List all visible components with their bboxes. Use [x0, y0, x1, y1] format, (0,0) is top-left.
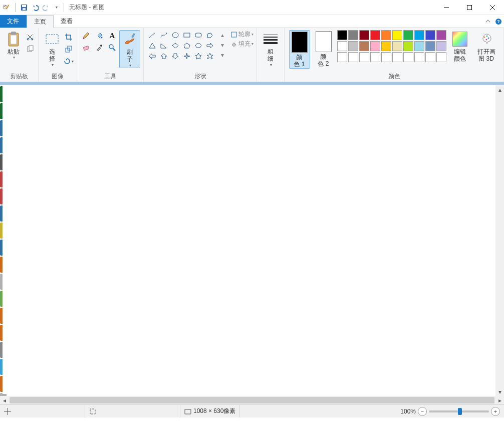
- color-swatch[interactable]: [381, 41, 391, 51]
- shape-diamond[interactable]: [170, 41, 181, 51]
- ribbon-collapse-button[interactable]: [483, 15, 493, 28]
- color-swatch[interactable]: [348, 41, 358, 51]
- zoom-slider[interactable]: [429, 410, 489, 412]
- tab-view[interactable]: 查看: [54, 15, 80, 28]
- color-swatch[interactable]: [403, 30, 413, 40]
- shape-pentagon[interactable]: [181, 41, 192, 51]
- shape-curve[interactable]: [158, 30, 169, 40]
- shape-outline-button[interactable]: 轮廓▾: [230, 30, 254, 39]
- open-paint3d-button[interactable]: 打开画 图 3D: [473, 30, 499, 63]
- brushes-button[interactable]: 刷 子: [119, 30, 140, 68]
- shape-polygon[interactable]: [204, 30, 215, 40]
- color-swatch[interactable]: [414, 41, 424, 51]
- zoom-out-button[interactable]: −: [418, 407, 427, 416]
- color-swatch[interactable]: [370, 41, 380, 51]
- shape-star5[interactable]: [193, 51, 204, 61]
- color1-button[interactable]: 颜 色 1: [289, 30, 310, 69]
- color-swatch[interactable]: [392, 30, 402, 40]
- shape-right-triangle[interactable]: [158, 41, 169, 51]
- shapes-gallery[interactable]: [147, 30, 215, 61]
- shape-arrow-down[interactable]: [170, 51, 181, 61]
- tab-file[interactable]: 文件: [0, 15, 27, 28]
- color-swatch[interactable]: [392, 41, 402, 51]
- color-swatch-empty[interactable]: [403, 52, 413, 62]
- help-button[interactable]: ?: [493, 15, 504, 28]
- color-swatch[interactable]: [425, 30, 435, 40]
- shape-arrow-left[interactable]: [147, 51, 158, 61]
- color-swatch-empty[interactable]: [392, 52, 402, 62]
- qat-customize-dropdown[interactable]: [53, 3, 60, 12]
- vertical-scrollbar[interactable]: ▴ ▾: [495, 85, 504, 396]
- rotate-button[interactable]: [64, 56, 74, 66]
- color-swatch[interactable]: [359, 41, 369, 51]
- close-button[interactable]: [481, 0, 504, 15]
- minimize-button[interactable]: [435, 0, 458, 15]
- color-swatch-empty[interactable]: [414, 52, 424, 62]
- color-swatch-empty[interactable]: [436, 52, 446, 62]
- color-swatch[interactable]: [359, 30, 369, 40]
- scroll-left-button[interactable]: ◂: [0, 396, 9, 404]
- paste-button[interactable]: 粘贴: [3, 30, 24, 60]
- copy-button[interactable]: [25, 44, 35, 54]
- color-swatch-empty[interactable]: [370, 52, 380, 62]
- cut-button[interactable]: [25, 32, 35, 42]
- shape-triangle[interactable]: [147, 41, 158, 51]
- picker-tool[interactable]: [93, 42, 105, 53]
- color-swatch-empty[interactable]: [359, 52, 369, 62]
- select-button[interactable]: 选 择: [42, 30, 63, 67]
- zoom-in-button[interactable]: +: [491, 407, 500, 416]
- scroll-up-button[interactable]: ▴: [495, 85, 504, 94]
- color-swatch[interactable]: [425, 41, 435, 51]
- color-swatch[interactable]: [337, 41, 347, 51]
- shape-hexagon[interactable]: [193, 41, 204, 51]
- magnifier-tool[interactable]: [106, 42, 118, 53]
- color-swatch[interactable]: [381, 30, 391, 40]
- drawing-canvas[interactable]: [3, 86, 488, 394]
- color-swatch[interactable]: [436, 30, 446, 40]
- undo-icon[interactable]: [31, 3, 40, 12]
- shapes-scroll-down[interactable]: ▾: [217, 40, 227, 50]
- color-swatch[interactable]: [403, 41, 413, 51]
- crop-button[interactable]: [64, 32, 74, 42]
- hscroll-thumb[interactable]: [10, 397, 494, 403]
- maximize-button[interactable]: [458, 0, 481, 15]
- color-swatch[interactable]: [436, 41, 446, 51]
- shape-fill-button[interactable]: 填充▾: [230, 40, 254, 48]
- zoom-level-text: 100%: [400, 408, 416, 415]
- color-swatch[interactable]: [337, 30, 347, 40]
- scroll-down-button[interactable]: ▾: [495, 387, 504, 396]
- zoom-slider-thumb[interactable]: [458, 408, 462, 415]
- color-swatch-empty[interactable]: [348, 52, 358, 62]
- eraser-tool[interactable]: [80, 42, 92, 53]
- fill-tool[interactable]: [93, 30, 105, 41]
- save-icon[interactable]: [20, 3, 29, 12]
- color-swatch[interactable]: [414, 30, 424, 40]
- svg-point-39: [485, 39, 487, 41]
- shape-star4[interactable]: [181, 51, 192, 61]
- edit-colors-button[interactable]: 编辑 颜色: [449, 30, 470, 63]
- svg-rect-9: [467, 5, 472, 10]
- shape-roundrect[interactable]: [193, 30, 204, 40]
- shape-oval[interactable]: [170, 30, 181, 40]
- color2-button[interactable]: 颜 色 2: [313, 30, 334, 68]
- tab-home[interactable]: 主页: [27, 15, 54, 28]
- color-swatch[interactable]: [370, 30, 380, 40]
- horizontal-scrollbar[interactable]: ◂ ▸: [0, 396, 504, 404]
- shape-line[interactable]: [147, 30, 158, 40]
- pencil-tool[interactable]: [80, 30, 92, 41]
- scroll-right-button[interactable]: ▸: [495, 396, 504, 404]
- color-swatch-empty[interactable]: [425, 52, 435, 62]
- size-button[interactable]: 粗 细: [260, 30, 281, 67]
- shape-star6[interactable]: [204, 51, 215, 61]
- color-swatch[interactable]: [348, 30, 358, 40]
- shapes-scroll-up[interactable]: ▴: [217, 30, 227, 40]
- text-tool[interactable]: A: [106, 30, 118, 41]
- shape-rect[interactable]: [181, 30, 192, 40]
- redo-icon[interactable]: [42, 3, 51, 12]
- resize-button[interactable]: [64, 44, 74, 54]
- shapes-expand[interactable]: ▾: [217, 50, 227, 60]
- shape-arrow-up[interactable]: [158, 51, 169, 61]
- color-swatch-empty[interactable]: [381, 52, 391, 62]
- color-swatch-empty[interactable]: [337, 52, 347, 62]
- shape-arrow-right[interactable]: [204, 41, 215, 51]
